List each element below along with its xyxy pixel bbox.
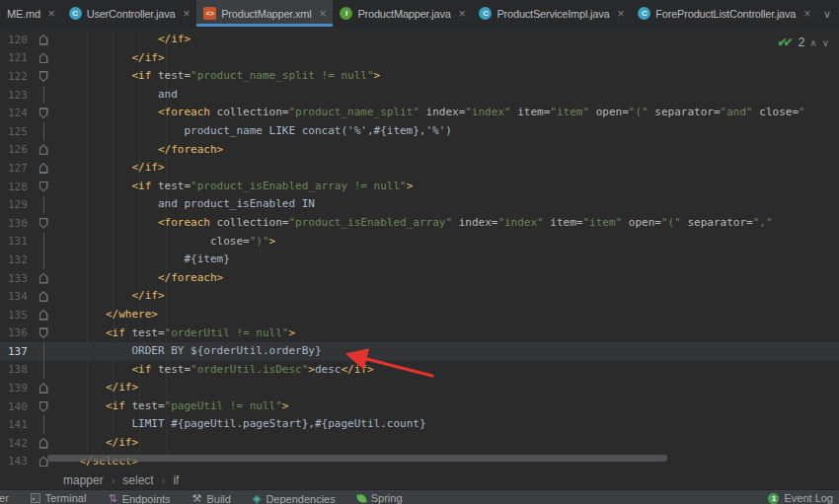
code-text[interactable]: <if test="product_name_split != null"> <box>53 67 380 86</box>
fold-column <box>34 379 53 397</box>
code-line-121[interactable]: 121 </if> <box>0 49 839 68</box>
next-occurrence-icon[interactable]: ∨ <box>822 37 829 48</box>
code-line-122[interactable]: 122 <if test="product_name_split != null… <box>0 67 839 86</box>
code-text[interactable]: </foreach> <box>53 141 223 160</box>
code-text[interactable]: </if> <box>53 287 165 306</box>
code-line-127[interactable]: 127 </if> <box>0 159 839 178</box>
horizontal-scrollbar[interactable] <box>47 455 667 462</box>
tab-close-icon[interactable]: × <box>320 7 327 21</box>
tab-ME.md[interactable]: ME.md× <box>0 0 62 27</box>
fold-range-guide <box>43 86 44 105</box>
code-text[interactable]: </if> <box>53 49 165 68</box>
fold-close-icon[interactable] <box>39 52 48 63</box>
tab-close-icon[interactable]: × <box>48 7 55 21</box>
line-number: 131 <box>0 235 34 248</box>
fold-close-icon[interactable] <box>39 273 48 284</box>
tab-close-icon[interactable]: × <box>617 7 624 21</box>
statusbar-build-button[interactable]: ⚒Build <box>192 492 231 504</box>
fold-open-icon[interactable] <box>39 108 48 118</box>
fold-close-icon[interactable] <box>39 163 48 174</box>
code-text[interactable]: #{item} <box>53 251 230 269</box>
code-text[interactable]: <if test="product_isEnabled_array != nul… <box>53 178 413 196</box>
fold-close-icon[interactable] <box>39 144 48 155</box>
tab-close-icon[interactable]: × <box>803 7 810 21</box>
tab-UserController.java[interactable]: CUserController.java× <box>62 0 197 27</box>
hidden-tabs-chevron-icon[interactable]: ∨ <box>819 0 835 28</box>
code-line-141[interactable]: 141 LIMIT #{pageUtil.pageStart},#{pageUt… <box>0 415 839 434</box>
fold-column <box>34 342 53 361</box>
code-line-129[interactable]: 129 and product_isEnabled IN <box>0 195 839 214</box>
code-text[interactable]: </where> <box>53 306 158 324</box>
tab-close-icon[interactable]: × <box>459 7 466 21</box>
previous-occurrence-icon[interactable]: ∧ <box>809 37 816 48</box>
tab-ProductServiceImpl.java[interactable]: CProductServiceImpl.java× <box>472 0 631 27</box>
code-text[interactable]: product_name LIKE concat('%',#{item},'%'… <box>53 122 452 141</box>
fold-open-icon[interactable] <box>39 327 48 338</box>
fold-open-icon[interactable] <box>39 71 48 82</box>
code-text[interactable]: </if> <box>53 434 138 453</box>
code-line-138[interactable]: 138 <if test="orderUtil.isDesc">desc</if… <box>0 361 839 380</box>
fold-close-icon[interactable] <box>39 438 48 449</box>
editor[interactable]: 120 </if>121 </if>122 <if test="product_… <box>0 28 839 470</box>
tab-ProductMapper.xml[interactable]: <>ProductMapper.xml× <box>196 0 333 27</box>
fold-range-guide <box>43 361 44 380</box>
code-line-136[interactable]: 136 <if test="orderUtil != null"> <box>0 324 839 343</box>
fold-open-icon[interactable] <box>39 218 48 229</box>
class-icon: C <box>638 7 650 20</box>
code-text[interactable]: </foreach> <box>53 269 223 288</box>
fold-close-icon[interactable] <box>39 310 48 321</box>
code-line-142[interactable]: 142 </if> <box>0 434 839 453</box>
code-line-124[interactable]: 124 <foreach collection="product_name_sp… <box>0 104 839 122</box>
code-line-140[interactable]: 140 <if test="pageUtil != null"> <box>0 397 839 416</box>
tab-ForeProductListController.java[interactable]: CForeProductListController.java× <box>631 0 817 27</box>
code-text[interactable]: </if> <box>53 379 138 397</box>
code-line-126[interactable]: 126 </foreach> <box>0 141 839 160</box>
code-text[interactable]: <if test="orderUtil != null"> <box>53 324 295 343</box>
fold-column <box>34 434 53 453</box>
statusbar-endpoints-button[interactable]: ⇅Endpoints <box>108 492 170 504</box>
breadcrumb-item-mapper[interactable]: mapper <box>63 473 104 487</box>
fold-open-icon[interactable] <box>39 401 48 412</box>
breadcrumb-item-select[interactable]: select <box>122 473 153 487</box>
code-line-133[interactable]: 133 </foreach> <box>0 269 839 288</box>
statusbar-spring-button[interactable]: Spring <box>357 492 403 504</box>
code-line-134[interactable]: 134 </if> <box>0 287 839 306</box>
code-line-128[interactable]: 128 <if test="product_isEnabled_array !=… <box>0 178 839 196</box>
interface-icon: I <box>340 7 352 20</box>
code-text[interactable]: ORDER BY ${orderUtil.orderBy} <box>53 342 322 361</box>
statusbar-terminal-button[interactable]: >_Terminal <box>31 492 87 504</box>
code-text[interactable]: and product_isEnabled IN <box>53 195 315 214</box>
code-line-132[interactable]: 132 #{item} <box>0 251 839 269</box>
event-log-badge-icon: 1 <box>768 493 779 504</box>
code-line-125[interactable]: 125 product_name LIKE concat('%',#{item}… <box>0 122 839 141</box>
fold-column <box>34 49 53 68</box>
code-line-131[interactable]: 131 close=")"> <box>0 233 839 252</box>
code-line-120[interactable]: 120 </if> <box>0 31 839 49</box>
code-text[interactable]: </if> <box>53 31 191 49</box>
code-line-139[interactable]: 139 </if> <box>0 379 839 397</box>
code-text[interactable]: <foreach collection="product_name_split"… <box>53 104 805 122</box>
code-line-135[interactable]: 135 </where> <box>0 306 839 324</box>
code-text[interactable]: </if> <box>53 159 165 178</box>
fold-range-guide <box>43 251 44 269</box>
code-text[interactable]: LIMIT #{pageUtil.pageStart},#{pageUtil.c… <box>53 415 426 434</box>
code-line-130[interactable]: 130 <foreach collection="product_isEnabl… <box>0 214 839 233</box>
breadcrumb-item-if[interactable]: if <box>173 473 179 487</box>
statusbar-profiler-button[interactable]: Profiler <box>0 492 9 504</box>
code-line-137[interactable]: 137 ORDER BY ${orderUtil.orderBy} <box>0 342 839 361</box>
statusbar-dependencies-button[interactable]: ◈Dependencies <box>253 492 336 504</box>
tab-ProductMapper.java[interactable]: IProductMapper.java× <box>333 0 472 27</box>
code-text[interactable]: <if test="pageUtil != null"> <box>53 397 288 416</box>
code-text[interactable]: and <box>53 86 178 105</box>
tab-close-icon[interactable]: × <box>183 7 190 21</box>
code-text[interactable]: <foreach collection="product_isEnabled_a… <box>53 214 773 233</box>
line-number: 134 <box>0 290 34 303</box>
fold-close-icon[interactable] <box>39 35 48 45</box>
fold-close-icon[interactable] <box>39 291 48 302</box>
code-line-123[interactable]: 123 and <box>0 86 839 105</box>
fold-open-icon[interactable] <box>39 181 48 192</box>
event-log-button[interactable]: 1 Event Log <box>768 492 833 504</box>
code-text[interactable]: <if test="orderUtil.isDesc">desc</if> <box>53 361 374 380</box>
fold-close-icon[interactable] <box>39 383 48 394</box>
code-text[interactable]: close=")"> <box>53 233 275 252</box>
